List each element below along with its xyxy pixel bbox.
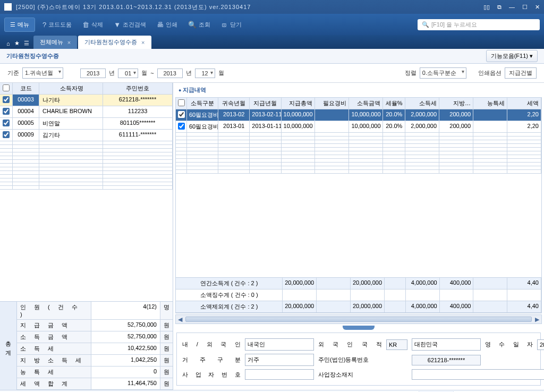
inp-nation-code[interactable]: KR bbox=[386, 339, 407, 350]
col-name[interactable]: 소득자명 bbox=[39, 83, 103, 94]
table-row[interactable] bbox=[0, 164, 173, 167]
menu-button[interactable]: ☰ 메뉴 bbox=[4, 18, 35, 32]
filter-year-to[interactable]: 2013 bbox=[157, 69, 183, 78]
table-row[interactable] bbox=[0, 152, 173, 156]
filter-printopt[interactable]: 지급건별 bbox=[505, 67, 537, 79]
scroll-left-icon[interactable]: ◀ bbox=[176, 316, 184, 323]
table-row[interactable]: 60필요경비2013-022013-02-1110,000,00010,000,… bbox=[176, 109, 541, 121]
filter-basis-select[interactable]: 1.귀속년월 bbox=[22, 67, 63, 79]
scroll-thumb[interactable] bbox=[185, 317, 532, 322]
row-checkbox[interactable] bbox=[3, 108, 10, 115]
col-header[interactable]: 세액 bbox=[507, 98, 541, 109]
query-button[interactable]: 🔍조회 bbox=[185, 19, 214, 31]
close-icon[interactable]: ✕ bbox=[535, 4, 540, 11]
filter-year-from[interactable]: 2013 bbox=[80, 69, 106, 78]
table-row[interactable] bbox=[0, 156, 173, 160]
table-row[interactable] bbox=[176, 159, 541, 163]
filter-month-from[interactable]: 01 bbox=[118, 69, 138, 78]
table-row[interactable] bbox=[176, 151, 541, 155]
delete-button[interactable]: 🗑삭제 bbox=[79, 19, 106, 31]
table-row[interactable] bbox=[176, 140, 541, 144]
splitter-grip[interactable] bbox=[343, 326, 375, 330]
tab-current[interactable]: 기타원천징수영수증 × bbox=[78, 36, 151, 49]
filter-month-to[interactable]: 12 bbox=[195, 69, 215, 78]
inp-resident[interactable]: 거주 bbox=[245, 354, 314, 366]
table-row[interactable] bbox=[176, 144, 541, 148]
tab-close-icon[interactable]: × bbox=[141, 39, 144, 46]
left-grid-checkall[interactable] bbox=[3, 84, 10, 91]
row-checkbox[interactable] bbox=[178, 111, 185, 118]
tab-close-icon[interactable]: × bbox=[67, 39, 71, 46]
inp-nation[interactable]: 대한민국 bbox=[412, 338, 481, 351]
table-row[interactable] bbox=[0, 160, 173, 164]
col-header[interactable]: 지급총액 bbox=[282, 98, 316, 109]
minimize-icon[interactable]: — bbox=[509, 4, 515, 11]
detail-form: 내 / 외 국 인 내국인 외 국 인 국 적 KR 대한민국 영 수 일 자 … bbox=[176, 333, 541, 386]
table-row[interactable] bbox=[0, 175, 173, 178]
condsearch-button[interactable]: ▼조건검색 bbox=[110, 19, 149, 31]
table-row[interactable] bbox=[0, 178, 173, 182]
table-row[interactable]: 60필요경비2013-012013-01-1110,000,00010,000,… bbox=[176, 121, 541, 133]
row-checkbox[interactable] bbox=[3, 120, 10, 126]
star-icon[interactable]: ★ bbox=[14, 40, 20, 47]
search-placeholder: [F10] 을 누르세요 bbox=[431, 21, 477, 29]
table-row[interactable] bbox=[176, 133, 541, 137]
table-row[interactable] bbox=[0, 149, 173, 152]
col-header[interactable]: 소득구분 bbox=[187, 98, 218, 109]
inp-addr[interactable] bbox=[412, 369, 544, 380]
table-row[interactable] bbox=[0, 186, 173, 190]
cell-code: 00009 bbox=[13, 130, 39, 141]
col-header[interactable]: 소득세 bbox=[405, 98, 439, 109]
table-row[interactable] bbox=[176, 170, 541, 174]
table-row[interactable] bbox=[0, 182, 173, 186]
table-row[interactable] bbox=[0, 167, 173, 171]
tab-allmenu[interactable]: 전체메뉴 × bbox=[33, 36, 77, 49]
table-row[interactable] bbox=[176, 137, 541, 140]
left-grid-body[interactable]: 00003 나기타 621218-******* 00004 CHARLIE B… bbox=[0, 95, 173, 280]
book-icon[interactable]: ▯▯ bbox=[483, 4, 490, 11]
col-code[interactable]: 코드 bbox=[13, 83, 39, 94]
table-row[interactable] bbox=[176, 148, 541, 151]
table-row[interactable] bbox=[176, 163, 541, 166]
row-checkbox[interactable] bbox=[3, 96, 10, 103]
table-row[interactable] bbox=[0, 141, 173, 145]
col-header[interactable]: 지방… bbox=[439, 98, 473, 109]
filter-sort-select[interactable]: 0.소득구분순 bbox=[420, 67, 466, 79]
inp-foreign[interactable]: 내국인 bbox=[245, 338, 314, 351]
inp-bizno[interactable] bbox=[245, 369, 314, 380]
row-checkbox[interactable] bbox=[178, 123, 185, 130]
table-row[interactable] bbox=[176, 155, 541, 159]
inp-regno[interactable]: 621218-******* bbox=[412, 355, 481, 365]
payment-grid[interactable]: 소득구분귀속년월지급년월지급총액필요경비소득금액세율%소득세지방…농특세세액 6… bbox=[175, 97, 542, 278]
table-row[interactable]: 00004 CHARLIE BROWN 112233 bbox=[0, 106, 173, 118]
close-button[interactable]: ⦻닫기 bbox=[218, 19, 245, 31]
col-header[interactable]: 세율% bbox=[383, 98, 405, 109]
col-header[interactable]: 지급년월 bbox=[250, 98, 281, 109]
col-jumin[interactable]: 주민번호 bbox=[103, 83, 173, 94]
search-input[interactable]: 🔍 [F10] 을 누르세요 bbox=[418, 19, 540, 30]
table-row[interactable]: 00005 비연말 801105******* bbox=[0, 118, 173, 130]
maximize-icon[interactable]: ☐ bbox=[522, 4, 528, 11]
table-row[interactable] bbox=[0, 171, 173, 175]
rgrid-checkall[interactable] bbox=[178, 99, 185, 106]
col-header[interactable]: 귀속년월 bbox=[218, 98, 250, 109]
col-header[interactable]: 소득금액 bbox=[349, 98, 383, 109]
row-checkbox[interactable] bbox=[3, 131, 10, 138]
table-row[interactable]: 00003 나기타 621218-******* bbox=[0, 95, 173, 106]
table-row[interactable]: 00009 김기타 611111-******* bbox=[0, 130, 173, 141]
table-row[interactable] bbox=[176, 166, 541, 170]
print-button[interactable]: 🖶인쇄 bbox=[154, 19, 181, 31]
cascade-icon[interactable]: ☰ bbox=[24, 40, 29, 47]
main-toolbar: ☰ 메뉴 ?코드도움 🗑삭제 ▼조건검색 🖶인쇄 🔍조회 ⦻닫기 🔍 [F10]… bbox=[0, 14, 544, 35]
splitter[interactable] bbox=[173, 324, 544, 331]
cascade-icon[interactable]: ⧉ bbox=[497, 4, 502, 11]
function-menu-button[interactable]: 기능모음(F11) ▾ bbox=[486, 50, 538, 62]
col-header[interactable]: 필요경비 bbox=[315, 98, 349, 109]
home-icon[interactable]: ⌂ bbox=[6, 40, 10, 47]
codehelp-button[interactable]: ?코드도움 bbox=[39, 19, 75, 31]
horizontal-scrollbar[interactable]: ◀ ▶ bbox=[175, 314, 542, 324]
inp-receipt[interactable]: 2013-03-08 bbox=[537, 339, 544, 350]
table-row[interactable] bbox=[0, 145, 173, 149]
col-header[interactable]: 농특세 bbox=[473, 98, 507, 109]
scroll-right-icon[interactable]: ▶ bbox=[533, 316, 541, 323]
